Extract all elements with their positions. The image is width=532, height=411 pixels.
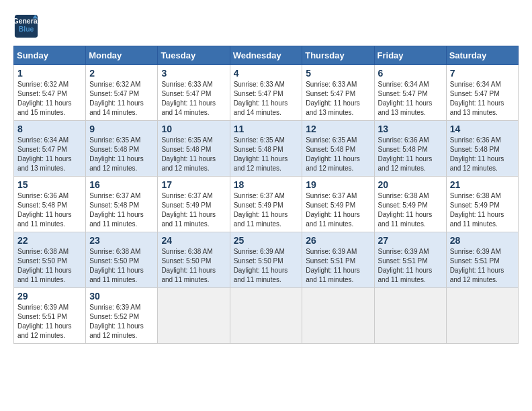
calendar-day-cell [446, 288, 518, 344]
weekday-header: Thursday [302, 46, 374, 65]
day-number: 27 [378, 235, 443, 246]
day-info: Sunrise: 6:39 AM Sunset: 5:50 PM Dayligh… [234, 247, 299, 285]
calendar-week-row: 22Sunrise: 6:38 AM Sunset: 5:50 PM Dayli… [14, 232, 519, 288]
calendar-week-row: 1Sunrise: 6:32 AM Sunset: 5:47 PM Daylig… [14, 65, 519, 121]
calendar-day-cell: 21Sunrise: 6:38 AM Sunset: 5:49 PM Dayli… [446, 177, 518, 232]
day-info: Sunrise: 6:39 AM Sunset: 5:51 PM Dayligh… [17, 303, 82, 340]
day-info: Sunrise: 6:37 AM Sunset: 5:49 PM Dayligh… [306, 191, 370, 229]
day-info: Sunrise: 6:36 AM Sunset: 5:48 PM Dayligh… [17, 191, 82, 229]
day-number: 18 [234, 179, 299, 190]
day-number: 29 [17, 291, 82, 302]
day-info: Sunrise: 6:35 AM Sunset: 5:48 PM Dayligh… [234, 136, 299, 173]
calendar-week-row: 8Sunrise: 6:34 AM Sunset: 5:47 PM Daylig… [14, 121, 519, 177]
calendar-day-cell: 17Sunrise: 6:37 AM Sunset: 5:49 PM Dayli… [158, 177, 230, 232]
svg-text:Blue: Blue [19, 26, 34, 33]
calendar-day-cell: 26Sunrise: 6:39 AM Sunset: 5:51 PM Dayli… [302, 232, 374, 288]
day-number: 7 [450, 68, 515, 79]
day-info: Sunrise: 6:39 AM Sunset: 5:51 PM Dayligh… [450, 247, 515, 285]
day-info: Sunrise: 6:32 AM Sunset: 5:47 PM Dayligh… [89, 80, 154, 118]
day-number: 17 [161, 179, 226, 190]
calendar-day-cell: 5Sunrise: 6:33 AM Sunset: 5:47 PM Daylig… [302, 65, 374, 121]
calendar-day-cell: 22Sunrise: 6:38 AM Sunset: 5:50 PM Dayli… [14, 232, 86, 288]
weekday-header: Sunday [14, 46, 86, 65]
day-number: 10 [161, 124, 226, 134]
calendar-day-cell: 29Sunrise: 6:39 AM Sunset: 5:51 PM Dayli… [14, 288, 86, 344]
day-number: 25 [234, 235, 299, 246]
calendar-day-cell: 14Sunrise: 6:36 AM Sunset: 5:48 PM Dayli… [446, 121, 518, 177]
calendar-day-cell: 24Sunrise: 6:38 AM Sunset: 5:50 PM Dayli… [158, 232, 230, 288]
day-number: 28 [450, 235, 515, 246]
day-number: 24 [161, 235, 226, 246]
day-info: Sunrise: 6:35 AM Sunset: 5:48 PM Dayligh… [306, 136, 370, 173]
day-number: 9 [89, 124, 154, 134]
calendar-day-cell: 9Sunrise: 6:35 AM Sunset: 5:48 PM Daylig… [86, 121, 158, 177]
weekday-header-row: SundayMondayTuesdayWednesdayThursdayFrid… [14, 46, 519, 65]
day-info: Sunrise: 6:34 AM Sunset: 5:47 PM Dayligh… [450, 80, 515, 118]
day-number: 2 [89, 68, 154, 79]
weekday-header: Wednesday [230, 46, 302, 65]
day-info: Sunrise: 6:38 AM Sunset: 5:50 PM Dayligh… [161, 247, 226, 285]
calendar-day-cell: 12Sunrise: 6:35 AM Sunset: 5:48 PM Dayli… [302, 121, 374, 177]
day-info: Sunrise: 6:35 AM Sunset: 5:48 PM Dayligh… [161, 136, 226, 173]
day-number: 4 [234, 68, 299, 79]
weekday-header: Monday [86, 46, 158, 65]
day-number: 11 [234, 124, 299, 134]
day-number: 30 [89, 291, 154, 302]
calendar-day-cell: 23Sunrise: 6:38 AM Sunset: 5:50 PM Dayli… [86, 232, 158, 288]
day-info: Sunrise: 6:38 AM Sunset: 5:49 PM Dayligh… [450, 191, 515, 229]
calendar-day-cell: 8Sunrise: 6:34 AM Sunset: 5:47 PM Daylig… [14, 121, 86, 177]
calendar-day-cell: 30Sunrise: 6:39 AM Sunset: 5:52 PM Dayli… [86, 288, 158, 344]
day-info: Sunrise: 6:35 AM Sunset: 5:48 PM Dayligh… [89, 136, 154, 173]
day-number: 5 [306, 68, 370, 79]
day-number: 8 [17, 124, 82, 134]
logo-icon: General Blue [13, 13, 39, 39]
calendar-day-cell: 15Sunrise: 6:36 AM Sunset: 5:48 PM Dayli… [14, 177, 86, 232]
day-info: Sunrise: 6:33 AM Sunset: 5:47 PM Dayligh… [161, 80, 226, 118]
day-info: Sunrise: 6:36 AM Sunset: 5:48 PM Dayligh… [378, 136, 443, 173]
calendar-day-cell: 27Sunrise: 6:39 AM Sunset: 5:51 PM Dayli… [374, 232, 446, 288]
calendar-day-cell [230, 288, 302, 344]
calendar-day-cell: 7Sunrise: 6:34 AM Sunset: 5:47 PM Daylig… [446, 65, 518, 121]
calendar-day-cell: 3Sunrise: 6:33 AM Sunset: 5:47 PM Daylig… [158, 65, 230, 121]
day-number: 14 [450, 124, 515, 134]
weekday-header: Tuesday [158, 46, 230, 65]
day-number: 26 [306, 235, 370, 246]
calendar-day-cell: 19Sunrise: 6:37 AM Sunset: 5:49 PM Dayli… [302, 177, 374, 232]
day-number: 20 [378, 179, 443, 190]
day-info: Sunrise: 6:39 AM Sunset: 5:51 PM Dayligh… [378, 247, 443, 285]
calendar-day-cell: 16Sunrise: 6:37 AM Sunset: 5:48 PM Dayli… [86, 177, 158, 232]
weekday-header: Saturday [446, 46, 518, 65]
calendar-day-cell: 10Sunrise: 6:35 AM Sunset: 5:48 PM Dayli… [158, 121, 230, 177]
calendar-day-cell [158, 288, 230, 344]
calendar-day-cell: 13Sunrise: 6:36 AM Sunset: 5:48 PM Dayli… [374, 121, 446, 177]
day-number: 16 [89, 179, 154, 190]
day-info: Sunrise: 6:33 AM Sunset: 5:47 PM Dayligh… [306, 80, 370, 118]
day-number: 6 [378, 68, 443, 79]
weekday-header: Friday [374, 46, 446, 65]
calendar-day-cell: 11Sunrise: 6:35 AM Sunset: 5:48 PM Dayli… [230, 121, 302, 177]
day-number: 22 [17, 235, 82, 246]
day-number: 3 [161, 68, 226, 79]
day-number: 13 [378, 124, 443, 134]
calendar-day-cell: 25Sunrise: 6:39 AM Sunset: 5:50 PM Dayli… [230, 232, 302, 288]
calendar-day-cell: 1Sunrise: 6:32 AM Sunset: 5:47 PM Daylig… [14, 65, 86, 121]
calendar-day-cell [374, 288, 446, 344]
calendar-week-row: 29Sunrise: 6:39 AM Sunset: 5:51 PM Dayli… [14, 288, 519, 344]
day-info: Sunrise: 6:38 AM Sunset: 5:49 PM Dayligh… [378, 191, 443, 229]
calendar-day-cell: 20Sunrise: 6:38 AM Sunset: 5:49 PM Dayli… [374, 177, 446, 232]
day-info: Sunrise: 6:39 AM Sunset: 5:51 PM Dayligh… [306, 247, 370, 285]
day-info: Sunrise: 6:34 AM Sunset: 5:47 PM Dayligh… [378, 80, 443, 118]
calendar-day-cell: 4Sunrise: 6:33 AM Sunset: 5:47 PM Daylig… [230, 65, 302, 121]
day-number: 1 [17, 68, 82, 79]
calendar-table: SundayMondayTuesdayWednesdayThursdayFrid… [13, 46, 519, 344]
calendar-day-cell: 18Sunrise: 6:37 AM Sunset: 5:49 PM Dayli… [230, 177, 302, 232]
day-info: Sunrise: 6:34 AM Sunset: 5:47 PM Dayligh… [17, 136, 82, 173]
day-info: Sunrise: 6:32 AM Sunset: 5:47 PM Dayligh… [17, 80, 82, 118]
calendar-day-cell: 6Sunrise: 6:34 AM Sunset: 5:47 PM Daylig… [374, 65, 446, 121]
day-info: Sunrise: 6:37 AM Sunset: 5:49 PM Dayligh… [161, 191, 226, 229]
day-info: Sunrise: 6:38 AM Sunset: 5:50 PM Dayligh… [89, 247, 154, 285]
day-info: Sunrise: 6:37 AM Sunset: 5:48 PM Dayligh… [89, 191, 154, 229]
logo: General Blue [13, 13, 39, 39]
calendar-day-cell: 2Sunrise: 6:32 AM Sunset: 5:47 PM Daylig… [86, 65, 158, 121]
day-info: Sunrise: 6:37 AM Sunset: 5:49 PM Dayligh… [234, 191, 299, 229]
